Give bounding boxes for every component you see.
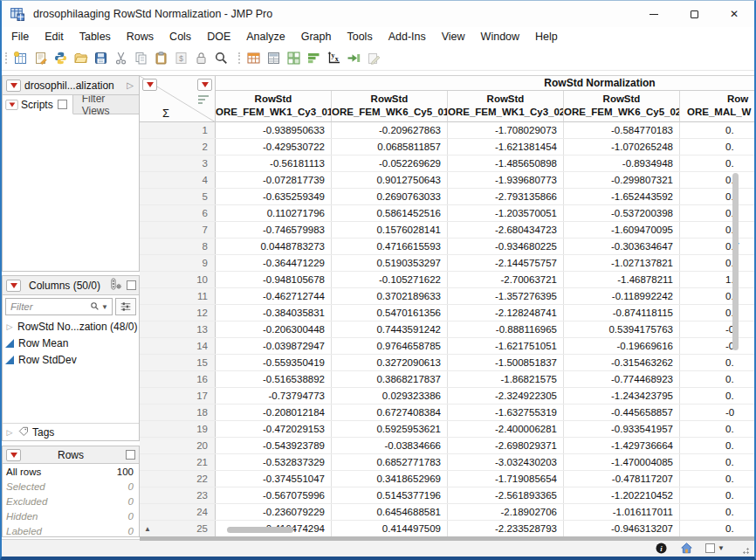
data-cell[interactable]: 0.3868217837 <box>332 371 448 387</box>
open-icon[interactable] <box>72 49 90 67</box>
data-cell[interactable]: 0.6727408384 <box>332 404 448 420</box>
label-toggle[interactable]: ▼ <box>705 543 725 553</box>
row-header[interactable]: 2 <box>140 139 216 155</box>
row-number[interactable]: 6 <box>155 208 215 218</box>
data-cell[interactable]: -1.939680773 <box>448 172 564 188</box>
data-cell[interactable]: -0.315463262 <box>564 355 680 370</box>
data-cell[interactable]: -2.793135866 <box>448 189 564 204</box>
row-number[interactable]: 3 <box>155 158 215 169</box>
column-header-ore_fem_wk6_cy5_01[interactable]: RowStdORE_FEM_WK6_Cy5_01 <box>332 91 448 122</box>
row-header[interactable]: 18 <box>140 404 216 420</box>
paste-special-icon[interactable]: $ <box>172 49 190 67</box>
menu-analyze[interactable]: Analyze <box>238 28 292 45</box>
row-header[interactable]: 12 <box>140 305 216 321</box>
data-cell[interactable]: -0.236079229 <box>216 504 332 520</box>
menu-cols[interactable]: Cols <box>162 28 199 45</box>
data-cell[interactable]: -0.303634647 <box>564 239 680 254</box>
horizontal-scrollbar-thumb[interactable] <box>227 527 293 533</box>
data-cell[interactable]: 0.7443591242 <box>332 321 448 337</box>
rows-red-triangle-icon[interactable] <box>142 79 157 91</box>
data-cell[interactable]: 0. <box>680 122 754 138</box>
data-cell[interactable]: -2.18902706 <box>448 504 564 520</box>
data-cell[interactable]: -1.485650898 <box>448 156 564 171</box>
rows-stat-hidden[interactable]: Hidden0 <box>3 508 139 523</box>
row-number[interactable]: 17 <box>155 391 215 401</box>
data-cell[interactable]: -0.039872947 <box>216 338 332 354</box>
row-number[interactable]: 11 <box>155 291 215 301</box>
row-header[interactable]: 1 <box>140 122 216 138</box>
data-cell[interactable]: -2.144575757 <box>448 255 564 271</box>
row-header[interactable]: 3 <box>140 156 216 171</box>
row-number[interactable]: 23 <box>155 490 215 501</box>
columns-checkbox[interactable] <box>127 280 136 290</box>
row-number[interactable]: 24 <box>155 507 215 517</box>
rows-stat-allrows[interactable]: All rows100 <box>3 464 139 479</box>
data-cell[interactable]: -0.774468923 <box>564 371 680 387</box>
column-header-ore_fem_wk1_cy3_01[interactable]: RowStdORE_FEM_WK1_Cy3_01 <box>216 91 332 122</box>
data-cell[interactable]: 0.0685811857 <box>332 139 448 155</box>
tile-windows-icon[interactable] <box>285 49 303 67</box>
lock-icon[interactable] <box>192 49 210 67</box>
row-number[interactable]: 25 <box>155 523 215 534</box>
horizontal-scrollbar-track[interactable] <box>140 536 754 541</box>
row-number[interactable]: 8 <box>155 241 215 252</box>
data-cell[interactable]: 0.9012750643 <box>332 172 448 188</box>
data-cell[interactable]: -1.016117011 <box>564 504 680 520</box>
data-cell[interactable]: 0. <box>680 438 754 453</box>
data-cell[interactable]: 0.3702189633 <box>332 288 448 304</box>
data-cell[interactable]: 0.5861452516 <box>332 205 448 221</box>
row-header[interactable]: ▲25 <box>140 521 216 536</box>
row-header[interactable]: 9 <box>140 255 216 271</box>
row-number[interactable]: 22 <box>155 474 215 484</box>
minimize-button[interactable] <box>634 1 674 27</box>
data-cell[interactable]: -0.934680225 <box>448 239 564 254</box>
row-number[interactable]: 13 <box>155 324 215 335</box>
scripts-checkbox[interactable] <box>58 100 67 109</box>
data-cell[interactable]: 0. <box>680 504 754 520</box>
row-header[interactable]: 14 <box>140 338 216 354</box>
data-cell[interactable]: 0. <box>680 172 754 188</box>
data-cell[interactable]: -0.19669616 <box>564 338 680 354</box>
column-header-ore_fem_wk6_cy5_02[interactable]: RowStdORE_FEM_WK6_Cy5_02 <box>564 91 680 122</box>
row-header[interactable]: 13 <box>140 321 216 337</box>
data-cell[interactable]: 0.029323386 <box>332 388 448 404</box>
column-item[interactable]: ▷RowStd No...zation (48/0) <box>3 318 139 335</box>
data-cell[interactable]: 0. <box>680 305 754 321</box>
data-cell[interactable]: -1.027137821 <box>564 255 680 271</box>
data-cell[interactable]: -1.470004085 <box>564 454 680 470</box>
row-number[interactable]: 5 <box>155 191 215 202</box>
data-cell[interactable]: -2.324922305 <box>448 388 564 404</box>
data-cell[interactable]: -0.73794773 <box>216 388 332 404</box>
row-header[interactable]: 5 <box>140 189 216 204</box>
data-cell[interactable]: -0.364471229 <box>216 255 332 271</box>
data-cell[interactable]: -0.559350419 <box>216 355 332 370</box>
data-cell[interactable]: -0.874118115 <box>564 305 680 321</box>
column-group-header[interactable]: RowStd Normalization <box>216 76 754 91</box>
data-cell[interactable]: -2.561893365 <box>448 487 564 503</box>
data-cell[interactable]: -2.233528793 <box>448 521 564 536</box>
data-cell[interactable]: 0. <box>680 355 754 370</box>
menu-view[interactable]: View <box>434 28 473 45</box>
tabulate-icon[interactable] <box>265 49 283 67</box>
collapse-right-triangle-icon[interactable]: ▷ <box>127 80 134 90</box>
data-cell[interactable]: -1.46878211 <box>564 272 680 287</box>
tags-row[interactable]: ▷ Tags <box>3 423 139 440</box>
tab-filter-views[interactable]: Filter Views <box>73 95 139 114</box>
data-cell[interactable]: -1.203570051 <box>448 205 564 221</box>
column-settings-icon[interactable] <box>109 277 123 294</box>
data-cell[interactable]: -0.635259349 <box>216 189 332 204</box>
vertical-scrollbar-thumb[interactable] <box>732 173 739 350</box>
home-icon[interactable] <box>680 542 693 555</box>
row-number[interactable]: 4 <box>155 175 215 185</box>
data-cell[interactable]: -1.609470095 <box>564 222 680 238</box>
data-cell[interactable]: 0. <box>680 471 754 487</box>
column-filter-input[interactable]: Filter ▼ <box>5 298 113 315</box>
data-cell[interactable]: 0. <box>680 156 754 171</box>
menu-help[interactable]: Help <box>527 28 566 45</box>
data-cell[interactable]: 0. <box>680 222 754 238</box>
data-cell[interactable]: 0. <box>680 371 754 387</box>
copy-icon[interactable] <box>132 49 150 67</box>
row-header[interactable]: 11 <box>140 288 216 304</box>
chevron-down-icon[interactable]: ▼ <box>100 303 112 311</box>
data-cell[interactable]: -2.128248741 <box>448 305 564 321</box>
